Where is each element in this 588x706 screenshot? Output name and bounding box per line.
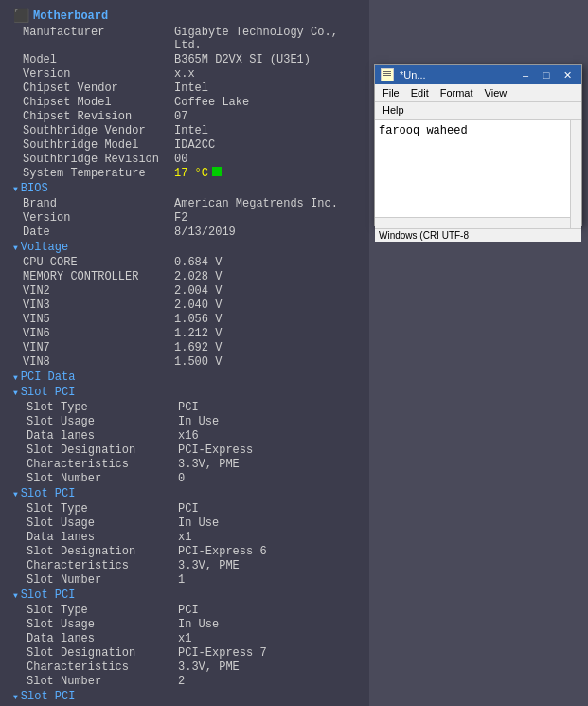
vin8-row: VIN8 1.500 V	[23, 355, 365, 369]
manufacturer-label: Manufacturer	[23, 26, 174, 52]
slot-row-value: 3.3V, PME	[178, 458, 240, 471]
chipset-revision-value: 07	[174, 110, 187, 123]
chipset-model-value: Coffee Lake	[174, 96, 249, 109]
vin3-value: 2.040 V	[174, 299, 222, 312]
main-panel: ⬛ Motherboard Manufacturer Gigabyte Tech…	[0, 0, 369, 706]
cpu-core-row: CPU CORE 0.684 V	[23, 256, 365, 269]
notepad-textarea[interactable]	[379, 124, 566, 190]
chipset-revision-row: Chipset Revision 07	[23, 110, 365, 123]
menu-help[interactable]: Help	[381, 103, 406, 117]
slot-pci-toggle-0[interactable]: ▼Slot PCI	[13, 386, 365, 399]
list-item: Slot UsageIn Use	[27, 415, 365, 428]
list-item: Slot DesignationPCI-Express	[27, 444, 365, 457]
version-label: Version	[23, 67, 174, 81]
chipset-model-label: Chipset Model	[23, 96, 174, 109]
pci-arrow: ▼	[13, 373, 18, 382]
slot-content-2: Slot TypePCISlot UsageIn UseData lanesx1…	[13, 604, 365, 688]
motherboard-header: ⬛ Motherboard	[4, 8, 365, 24]
slot-label-0: Slot PCI	[21, 386, 76, 399]
manufacturer-value: Gigabyte Technology Co., Ltd.	[174, 26, 365, 52]
slot-row-label: Characteristics	[27, 458, 178, 471]
vin6-row: VIN6 1.212 V	[23, 327, 365, 340]
slot-label-2: Slot PCI	[21, 588, 76, 602]
list-item: Slot Number1	[27, 573, 365, 587]
slot-row-label: Data lanes	[27, 632, 178, 645]
bios-version-row: Version F2	[23, 211, 365, 225]
slot-pci-toggle-3[interactable]: ▼Slot PCI	[13, 690, 365, 703]
vin3-label: VIN3	[23, 299, 174, 312]
list-item: Data lanesx16	[27, 429, 365, 443]
mem-ctrl-label: MEMORY CONTROLLER	[23, 270, 174, 283]
slot-row-value: PCI	[178, 502, 199, 516]
horizontal-scrollbar[interactable]	[375, 217, 570, 228]
list-item: Slot DesignationPCI-Express 7	[27, 646, 365, 660]
page-title: Motherboard	[33, 9, 108, 23]
chipset-vendor-row: Chipset Vendor Intel	[23, 81, 365, 95]
menu-edit[interactable]: Edit	[409, 86, 431, 100]
slot-pci-1: ▼Slot PCISlot TypePCISlot UsageIn UseDat…	[13, 487, 365, 587]
voltage-section-toggle[interactable]: ▼ Voltage	[4, 241, 365, 254]
southbridge-revision-row: Southbridge Revision 00	[23, 153, 365, 166]
slot-arrow-3: ▼	[13, 693, 18, 701]
slot-content-0: Slot TypePCISlot UsageIn UseData lanesx1…	[13, 401, 365, 485]
model-label: Model	[23, 53, 174, 66]
slot-row-value: PCI	[178, 604, 199, 617]
menu-format[interactable]: Format	[438, 86, 475, 100]
bios-label: BIOS	[21, 182, 48, 195]
pci-slots-container: ▼Slot PCISlot TypePCISlot UsageIn UseDat…	[4, 386, 365, 706]
slot-row-label: Data lanes	[27, 531, 178, 544]
slot-arrow-0: ▼	[13, 389, 18, 397]
vin8-label: VIN8	[23, 355, 174, 369]
chipset-vendor-label: Chipset Vendor	[23, 81, 174, 95]
slot-row-label: Slot Number	[27, 675, 178, 688]
vin7-value: 1.692 V	[174, 341, 222, 354]
slot-row-label: Slot Type	[27, 401, 178, 414]
slot-row-value: In Use	[178, 516, 219, 530]
menu-file[interactable]: File	[381, 86, 401, 100]
slot-row-label: Slot Usage	[27, 618, 178, 631]
slot-pci-toggle-1[interactable]: ▼Slot PCI	[13, 487, 365, 500]
slot-row-label: Slot Designation	[27, 444, 178, 457]
model-row: Model B365M D2VX SI (U3E1)	[23, 53, 365, 66]
menu-view[interactable]: View	[483, 86, 509, 100]
slot-label-1: Slot PCI	[21, 487, 76, 500]
system-temp-row: System Temperature 17 °C	[23, 167, 365, 180]
pci-section-toggle[interactable]: ▼ PCI Data	[4, 371, 365, 384]
slot-arrow-2: ▼	[13, 591, 18, 600]
vin5-label: VIN5	[23, 313, 174, 326]
southbridge-model-label: Southbridge Model	[23, 138, 174, 152]
minimize-button[interactable]: –	[517, 68, 534, 81]
southbridge-vendor-row: Southbridge Vendor Intel	[23, 124, 365, 137]
southbridge-revision-label: Southbridge Revision	[23, 153, 174, 166]
vin2-value: 2.004 V	[174, 284, 222, 298]
close-button[interactable]: ✕	[559, 68, 576, 81]
voltage-content: CPU CORE 0.684 V MEMORY CONTROLLER 2.028…	[4, 256, 365, 369]
voltage-label: Voltage	[21, 241, 68, 254]
list-item: Slot UsageIn Use	[27, 516, 365, 530]
vin6-value: 1.212 V	[174, 327, 222, 340]
notepad-title: *Un...	[400, 69, 426, 81]
notepad-titlebar: *Un... – □ ✕	[375, 65, 581, 84]
maximize-button[interactable]: □	[538, 68, 555, 81]
bios-version-value: F2	[174, 211, 187, 225]
southbridge-model-row: Southbridge Model IDA2CC	[23, 138, 365, 152]
slot-row-value: 1	[178, 573, 185, 587]
brand-value: American Megatrends Inc.	[174, 197, 338, 210]
status-text: Windows (CRI UTF-8	[379, 230, 469, 241]
list-item: Slot UsageIn Use	[27, 618, 365, 631]
slot-pci-toggle-2[interactable]: ▼Slot PCI	[13, 588, 365, 602]
slot-row-value: PCI-Express	[178, 444, 253, 457]
vin5-row: VIN5 1.056 V	[23, 313, 365, 326]
date-row: Date 8/13/2019	[23, 226, 365, 239]
titlebar-controls[interactable]: – □ ✕	[517, 68, 576, 81]
notepad-file-icon	[381, 68, 394, 81]
motherboard-icon: ⬛	[13, 8, 29, 24]
bios-section-toggle[interactable]: ▼ BIOS	[4, 182, 365, 195]
temp-indicator	[212, 167, 222, 176]
bios-version-label: Version	[23, 211, 174, 225]
slot-row-value: In Use	[178, 415, 219, 428]
slot-row-label: Slot Usage	[27, 516, 178, 530]
date-label: Date	[23, 226, 174, 239]
bios-content: Brand American Megatrends Inc. Version F…	[4, 197, 365, 239]
vertical-scrollbar[interactable]	[570, 120, 581, 228]
